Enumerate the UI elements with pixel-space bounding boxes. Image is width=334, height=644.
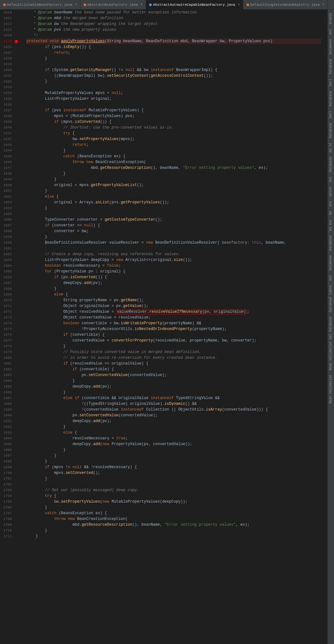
code-line-1625: protected void applyPropertyValues(Strin…: [27, 38, 321, 44]
sidebar-tab-ant4[interactable]: Ant: [328, 199, 334, 208]
tab-icon-1: [3, 4, 6, 6]
code-content-1711: }: [27, 533, 38, 539]
code-line-1668: }: [27, 286, 321, 292]
line-row-1650: 1650: [0, 182, 24, 188]
line-row-1674: 1674: [0, 320, 24, 326]
code-content-1637: if (pvs instanceof MutablePropertyValues…: [27, 107, 144, 113]
code-line-1647: mbd.getResourceDescription(), beanName, …: [27, 165, 321, 171]
sidebar-tab-db2[interactable]: Database: [328, 57, 334, 76]
line-num-1642: 1642: [0, 137, 14, 141]
line-row-1658: 1658: [0, 228, 24, 234]
code-content-1685: deepCopy.add(pv);: [27, 384, 111, 389]
code-content-1688: !((TypedStringValue) originalValue).isDy…: [27, 401, 197, 407]
line-row-1643: 1643: [0, 142, 24, 148]
sidebar-tab-db4[interactable]: Database: [328, 121, 334, 140]
line-row-1685: 1685: [0, 384, 24, 389]
line-row-1690: 1690: [0, 412, 24, 418]
code-line-1697: }: [27, 453, 321, 459]
line-row-1633: 1633: [0, 84, 24, 90]
code-content-1626: if (pvs.isEmpty()) {: [27, 44, 91, 50]
sidebar-tab-dart2[interactable]: Dart: [328, 109, 334, 120]
code-content-1689: !(convertedValue instanceof Collection |…: [27, 407, 268, 412]
sidebar-tab-daant[interactable]: Da Ant: [328, 217, 334, 233]
sidebar-tab-dart1[interactable]: Dart: [328, 77, 334, 88]
line-num-1625: 1625: [0, 39, 14, 43]
line-row-1709: 1709: [0, 522, 24, 528]
line-row-1627: 1627: [0, 50, 24, 56]
close-tab-4[interactable]: ×: [322, 3, 324, 6]
line-row-1706: 1706: [0, 505, 24, 510]
code-content-1672: Object resolvedValue = valueResolver.res…: [27, 309, 249, 315]
line-row-1708: 1708: [0, 516, 24, 522]
line-row-1644: 1644: [0, 148, 24, 153]
tab-abstractbean[interactable]: AbstractBeanFactory.java ×: [80, 0, 146, 10]
code-content-1656: TypeConverter converter = getCustomTypeC…: [27, 217, 162, 223]
line-num-1680: 1680: [0, 356, 14, 360]
tab-defaultsingleton[interactable]: DefaultSingletonBeanRegistry.java ×: [243, 0, 328, 10]
code-line-1639: if (mpvs.isConverted()) {: [27, 119, 321, 125]
code-content-1670: String propertyName = pv.getName();: [27, 297, 144, 303]
sidebar-tab-db5[interactable]: Database: [328, 155, 334, 174]
line-row-1656: 1656: [0, 217, 24, 223]
code-line-1694: resolveNecessary = true;: [27, 436, 321, 441]
line-row-1657: 1657: [0, 223, 24, 228]
line-num-1690: 1690: [0, 413, 14, 417]
line-row-1662: 1662: [0, 251, 24, 257]
sidebar-tab-db7[interactable]: Database: [328, 253, 334, 272]
code-line-1660: BeanDefinitionValueResolver valueResolve…: [27, 240, 321, 246]
code-line-1693: else {: [27, 430, 321, 436]
line-num-1646: 1646: [0, 160, 14, 164]
code-content-1664: boolean resolveNecessary = false;: [27, 263, 121, 269]
tab-defaultlistable[interactable]: DefaultListableBeanFactory.java ×: [0, 0, 80, 10]
sidebar-tab-db3[interactable]: Database: [328, 89, 334, 108]
line-row-1702: 1702: [0, 482, 24, 487]
code-content-1642: bw.setPropertyValues(mpvs);: [27, 136, 134, 142]
close-tab-3[interactable]: ×: [238, 3, 240, 6]
code-line-1636: [27, 102, 321, 107]
sidebar-tab-db6[interactable]: Database: [328, 233, 334, 253]
close-tab-1[interactable]: ×: [75, 3, 77, 6]
code-line-1681: if (resolvedValue == originalValue) {: [27, 361, 321, 366]
line-num-1681: 1681: [0, 362, 14, 365]
sidebar-tab-ant2[interactable]: Ant: [328, 175, 334, 184]
code-line-1671: Object originalValue = pv.getValue();: [27, 303, 321, 309]
code-content-1651: }: [27, 188, 47, 194]
code-content-1648: }: [27, 171, 65, 177]
line-row-1629: 1629: [0, 61, 24, 67]
sidebar-tab-db1[interactable]: Database: [328, 37, 334, 56]
line-row-1636: 1636: [0, 102, 24, 107]
line-num-1665: 1665: [0, 270, 14, 273]
line-num-1638: 1638: [0, 114, 14, 118]
line-num-1626: 1626: [0, 45, 14, 49]
line-row-1645: 1645: [0, 153, 24, 159]
sidebar-tab-bvsql[interactable]: Bean Validation sql Database: [328, 315, 334, 372]
sidebar-tab-gradle[interactable]: Gradle: [328, 11, 334, 26]
sidebar-tab-ant3[interactable]: Ant##: [328, 185, 334, 198]
code-line-1698: }: [27, 459, 321, 464]
line-row-1678: 1678: [0, 343, 24, 349]
code-line-1707: catch (BeansException ex) {: [27, 510, 321, 516]
sidebar-tab-da1[interactable]: Da: [328, 209, 334, 217]
code-content-1639: if (mpvs.isConverted()) {: [27, 119, 111, 125]
code-line-1651: }: [27, 188, 321, 194]
code-line-1627: return;: [27, 50, 321, 56]
sidebar-tab-dont[interactable]: Do nt: [328, 141, 334, 154]
code-line-1630: if (System.getSecurityManager() != null …: [27, 67, 321, 73]
code-line-1644: }: [27, 148, 321, 153]
line-num-1702: 1702: [0, 483, 14, 486]
line-num-1664: 1664: [0, 264, 14, 268]
code-line-1682: if (convertible) {: [27, 366, 321, 372]
line-num-1639: 1639: [0, 120, 14, 124]
tab-abstractautowire[interactable]: AbstractAutowireCapableBeanFactory.java …: [146, 0, 243, 10]
close-tab-2[interactable]: ×: [140, 3, 142, 6]
error-badge: !: [14, 40, 18, 43]
sidebar-tab-ant5[interactable]: Ant: [328, 273, 334, 283]
line-ind-1625: !: [14, 40, 19, 43]
line-num-1709: 1709: [0, 523, 14, 527]
sidebar-tab-ant1[interactable]: Ant: [328, 27, 334, 36]
code-content-1701: }: [27, 476, 47, 482]
sidebar-tab-bv[interactable]: Bean Validation: [328, 373, 334, 405]
sidebar-tab-dbtabse[interactable]: Database tabse: [328, 283, 334, 314]
line-num-1693: 1693: [0, 431, 14, 435]
line-num-1656: 1656: [0, 218, 14, 222]
